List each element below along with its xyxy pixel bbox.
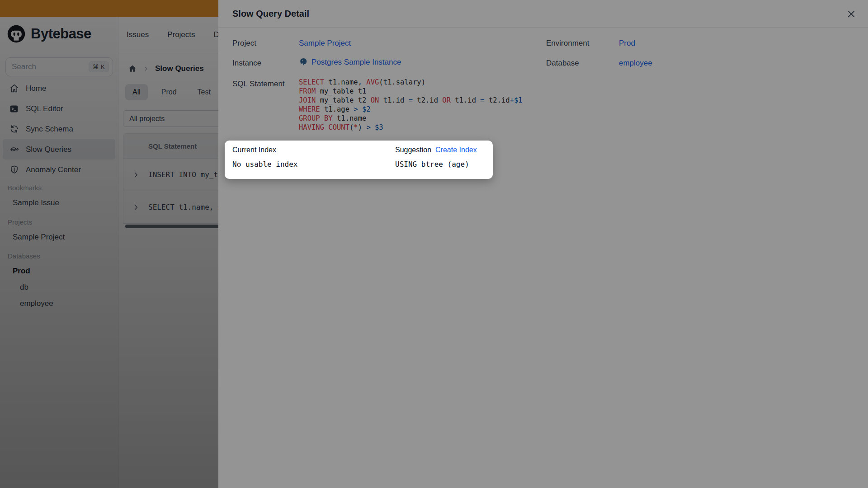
index-suggestion-card: Current Index SuggestionCreate Index No … — [225, 141, 493, 179]
screen: Bytebase Search ⌘ K HomeSQL EditorSync S… — [0, 0, 868, 488]
current-index-label: Current Index — [232, 146, 395, 154]
suggestion-label: Suggestion — [395, 146, 431, 154]
tooltip-overlay[interactable] — [0, 0, 868, 488]
suggestion-label-row: SuggestionCreate Index — [395, 146, 485, 154]
suggestion-value: USING btree (age) — [395, 160, 485, 169]
create-index-link[interactable]: Create Index — [435, 146, 477, 154]
current-index-value: No usable index — [232, 160, 395, 169]
